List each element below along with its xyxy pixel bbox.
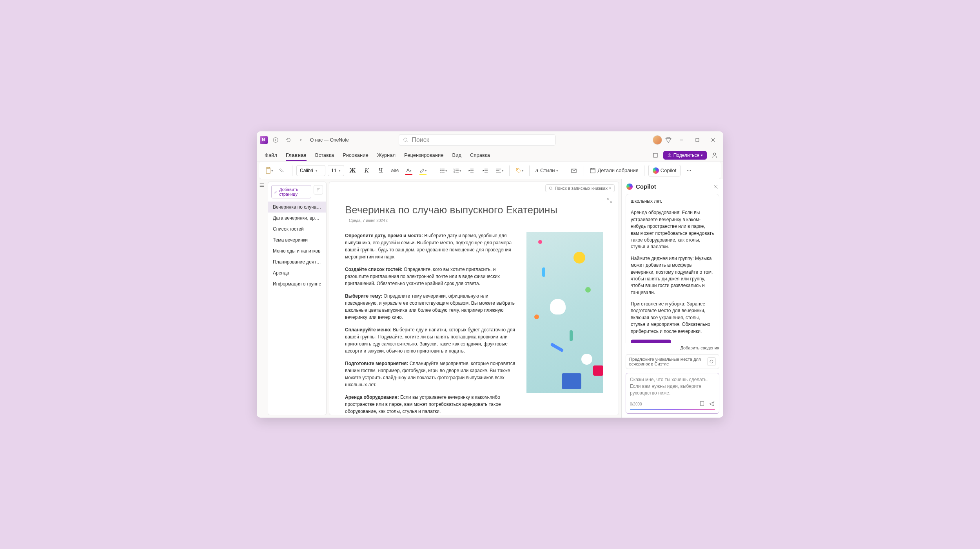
svg-point-8	[440, 170, 441, 171]
menu-insert[interactable]: Вставка	[311, 150, 338, 160]
page-list: Вечеринка по случаю в... Дата вечеринки,…	[268, 202, 326, 415]
copilot-icon	[653, 167, 659, 174]
brush-icon	[279, 167, 285, 174]
page-item[interactable]: Меню еды и напитков	[268, 245, 326, 256]
qat-more[interactable]: ▾	[296, 135, 305, 145]
font-color-button[interactable]: A ▾	[403, 165, 415, 176]
note-icon	[652, 152, 659, 158]
page-title[interactable]: Вечеринка по случаю выпускного Екатерины	[345, 204, 603, 216]
envelope-icon	[571, 167, 577, 174]
page-item[interactable]: Список гостей	[268, 224, 326, 235]
onenote-icon	[260, 136, 268, 144]
send-icon	[709, 401, 715, 407]
page-item[interactable]: Дата вечеринки, врем...	[268, 213, 326, 224]
window-title: О нас — OneNote	[310, 137, 349, 143]
expand-icon	[607, 198, 612, 203]
page-body-text[interactable]: Определите дату, время и место: Выберите…	[345, 232, 519, 415]
close-icon	[711, 138, 715, 142]
copilot-add-info-button[interactable]: Добавить сведения	[622, 343, 723, 353]
global-search[interactable]: Поиск	[399, 134, 555, 146]
outdent-button[interactable]	[465, 165, 477, 176]
copilot-copy-button[interactable]: Копировать	[631, 340, 671, 343]
copilot-header: Copilot	[622, 179, 723, 194]
copilot-close-button[interactable]	[713, 184, 719, 189]
font-size-select[interactable]: 11▾	[328, 165, 344, 176]
ribbon-more-button[interactable]: ⋯	[683, 165, 695, 176]
minimize-button[interactable]	[675, 135, 689, 145]
close-button[interactable]	[706, 135, 720, 145]
bullets-icon	[439, 167, 445, 174]
page-item[interactable]: Аренда	[268, 267, 326, 278]
page-date: Среда, 7 июня 2024 г.	[345, 218, 603, 223]
undo-button[interactable]	[283, 135, 293, 145]
underline-button[interactable]: Ч	[375, 165, 387, 176]
svg-point-0	[273, 138, 278, 142]
copilot-suggestion-chip[interactable]: Предложите уникальные места для вечерино…	[626, 354, 719, 369]
notebook-search[interactable]: Поиск в записных книжках ▾	[545, 184, 615, 192]
copilot-guide-button[interactable]	[699, 401, 705, 407]
page-image[interactable]	[526, 232, 603, 393]
back-button[interactable]	[271, 135, 280, 145]
share-button[interactable]: Поделиться ▾	[663, 151, 707, 160]
font-name-select[interactable]: Calibri▾	[296, 165, 325, 176]
sort-pages-button[interactable]	[314, 185, 323, 195]
people-button[interactable]	[710, 151, 719, 160]
tag-button[interactable]: ▾	[514, 165, 525, 176]
add-page-button[interactable]: Добавить страницу	[271, 185, 311, 198]
indent-icon	[482, 167, 488, 174]
svg-text:3: 3	[454, 171, 455, 173]
edit-icon	[274, 189, 278, 194]
svg-rect-2	[696, 138, 699, 142]
indent-button[interactable]	[479, 165, 491, 176]
nav-toggle[interactable]	[257, 179, 268, 418]
copilot-input[interactable]: Скажи мне, что ты хочешь сделать. Если в…	[626, 373, 719, 414]
premium-button[interactable]	[664, 135, 673, 145]
bold-button[interactable]: Ж	[347, 165, 358, 176]
fullscreen-button[interactable]	[607, 198, 612, 203]
styles-button[interactable]: A Стили ▾	[534, 165, 560, 176]
page-panel: Добавить страницу Вечеринка по случаю в.…	[268, 182, 327, 415]
user-avatar[interactable]	[653, 135, 662, 145]
menu-file[interactable]: Файл	[261, 150, 281, 160]
notes-mode-button[interactable]	[651, 151, 660, 160]
refresh-icon	[709, 359, 714, 364]
editor-canvas[interactable]: Поиск в записных книжках ▾ Вечеринка по …	[329, 182, 619, 415]
diamond-icon	[665, 136, 672, 144]
svg-point-9	[440, 172, 441, 173]
highlighter-icon	[419, 168, 425, 173]
italic-button[interactable]: К	[361, 165, 372, 176]
accent-line	[630, 409, 715, 410]
format-painter-button[interactable]	[276, 165, 288, 176]
bullets-button[interactable]: ▾	[437, 165, 449, 176]
align-button[interactable]: ▾	[494, 165, 505, 176]
menu-view[interactable]: Вид	[448, 150, 465, 160]
page-item[interactable]: Тема вечеринки	[268, 235, 326, 245]
svg-rect-15	[590, 169, 595, 173]
strikethrough-button[interactable]: abc	[389, 165, 401, 176]
svg-rect-3	[653, 153, 657, 157]
page-item[interactable]: Вечеринка по случаю в...	[268, 202, 326, 213]
numbering-button[interactable]: 123 ▾	[451, 165, 463, 176]
menu-history[interactable]: Журнал	[373, 150, 399, 160]
numbering-icon: 123	[453, 167, 459, 174]
maximize-icon	[695, 138, 700, 142]
book-icon	[699, 401, 705, 406]
paste-button[interactable]: ▾	[263, 165, 275, 176]
copilot-refresh-button[interactable]	[707, 357, 716, 366]
menu-help[interactable]: Справка	[466, 150, 494, 160]
page-item[interactable]: Информация о группе	[268, 278, 326, 289]
email-button[interactable]	[568, 165, 580, 176]
svg-point-13	[517, 169, 518, 170]
copilot-char-counter: 0/2000	[630, 402, 642, 406]
page-item[interactable]: Планирование деятель...	[268, 256, 326, 267]
menu-home[interactable]: Главная	[282, 150, 310, 160]
share-icon	[667, 153, 672, 158]
menu-draw[interactable]: Рисование	[339, 150, 372, 160]
copilot-ribbon-button[interactable]: Copilot	[648, 165, 681, 176]
maximize-button[interactable]	[690, 135, 704, 145]
highlight-button[interactable]: ▾	[417, 165, 429, 176]
copilot-send-button[interactable]	[709, 401, 715, 407]
meeting-details-button[interactable]: Детали собрания	[588, 165, 640, 176]
person-icon	[711, 152, 718, 158]
menu-review[interactable]: Рецензирование	[400, 150, 447, 160]
